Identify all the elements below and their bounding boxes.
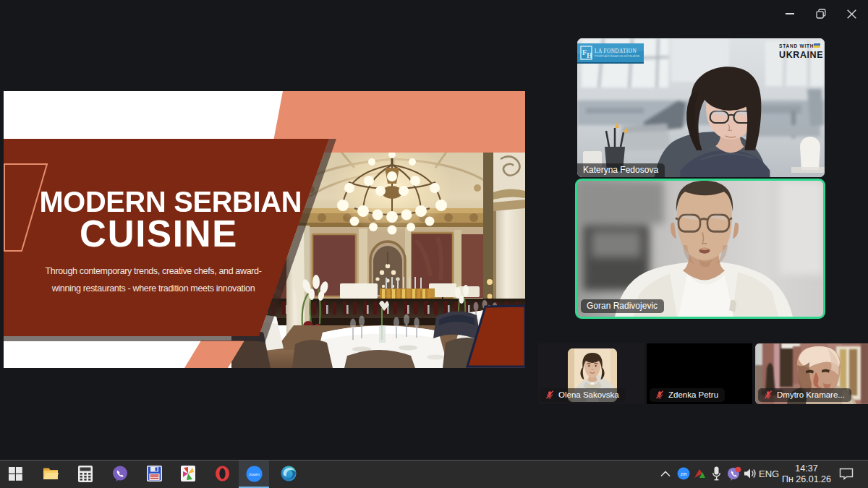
svg-text:LA FONDATION: LA FONDATION <box>595 48 637 54</box>
svg-text:zm: zm <box>681 471 687 476</box>
svg-text:UKRAINE: UKRAINE <box>779 50 823 60</box>
svg-text:POUR LA FONDATION HÔTELIÈRE: POUR LA FONDATION HÔTELIÈRE <box>595 54 640 58</box>
svg-text:zoom: zoom <box>249 472 260 476</box>
svg-text:STAND WITH: STAND WITH <box>779 43 814 48</box>
svg-text:H: H <box>587 51 592 59</box>
